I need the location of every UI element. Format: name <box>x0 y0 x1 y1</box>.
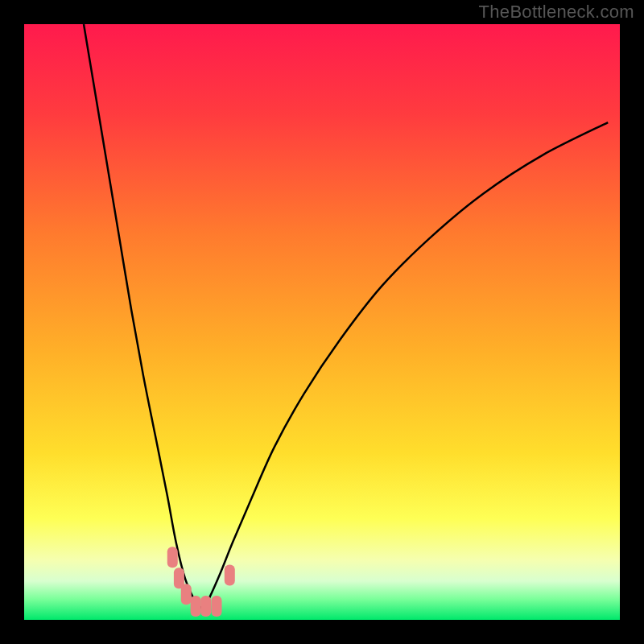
curve-marker <box>181 584 192 605</box>
chart-svg <box>0 0 644 644</box>
watermark-label: TheBottleneck.com <box>479 2 634 23</box>
curve-marker <box>200 596 211 617</box>
curve-marker <box>167 547 178 568</box>
curve-marker <box>212 596 222 617</box>
gradient-background <box>24 24 620 620</box>
curve-marker <box>225 565 235 586</box>
curve-marker <box>191 596 201 617</box>
bottleneck-chart: TheBottleneck.com <box>0 0 644 644</box>
